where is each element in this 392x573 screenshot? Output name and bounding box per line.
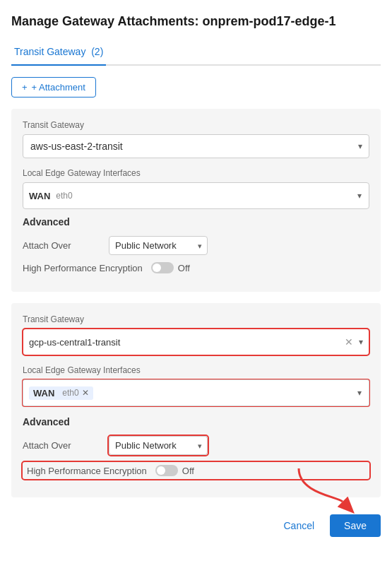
local-edge-tag-wrapper-2: WAN eth0 ✕ ▾ <box>23 379 369 406</box>
transit-gateway-label-1: Transit Gateway <box>23 120 369 130</box>
remove-wan-tag-icon[interactable]: ✕ <box>82 388 89 398</box>
plus-icon: + <box>22 82 28 93</box>
local-edge-label-1: Local Edge Gateway Interfaces <box>23 168 369 178</box>
hpe-label-1: High Performance Encryption <box>23 263 143 273</box>
hpe-toggle-1[interactable] <box>151 262 174 273</box>
attachment-card-2: Transit Gateway gcp-us-central1-transit … <box>11 303 381 497</box>
hpe-off-label-2: Off <box>182 466 194 476</box>
add-attachment-button[interactable]: + + Attachment <box>11 77 96 98</box>
clear-transit-icon[interactable]: ✕ <box>345 336 353 348</box>
wan-tag-2: WAN eth0 ✕ <box>29 386 93 400</box>
hpe-off-label-1: Off <box>178 263 190 273</box>
transit-gateway-value-2: gcp-us-central1-transit <box>29 337 345 348</box>
hpe-toggle-2[interactable] <box>155 465 178 476</box>
chevron-down-icon-3: ▾ <box>357 388 362 398</box>
page-title: Manage Gateway Attachments: onprem-pod17… <box>11 14 381 29</box>
local-edge-label-2: Local Edge Gateway Interfaces <box>23 365 369 375</box>
hpe-row-2: High Performance Encryption Off <box>23 462 369 479</box>
tab-transit-gateway[interactable]: Transit Gateway (2) <box>11 40 106 66</box>
attach-over-row-2: Attach Over Public Network Private Netwo… <box>23 436 369 455</box>
attach-over-select-2[interactable]: Public Network Private Network <box>109 436 208 455</box>
eth-label-1: eth0 <box>56 191 72 201</box>
hpe-row-1: High Performance Encryption Off <box>23 262 369 273</box>
footer-actions: Cancel Save <box>11 509 381 537</box>
attach-over-select-1[interactable]: Public Network <box>109 236 208 255</box>
save-button[interactable]: Save <box>330 514 381 537</box>
attach-over-select-wrapper-1: Public Network <box>109 236 208 255</box>
wan-label-2: WAN <box>33 388 54 398</box>
transit-gateway-label-2: Transit Gateway <box>23 314 369 324</box>
hpe-label-2: High Performance Encryption <box>27 466 147 476</box>
advanced-label-1: Advanced <box>23 216 369 228</box>
transit-gateway-select-wrapper-1: aws-us-east-2-transit <box>23 134 369 158</box>
cancel-button[interactable]: Cancel <box>276 516 321 536</box>
advanced-label-2: Advanced <box>23 416 369 427</box>
page-container: Manage Gateway Attachments: onprem-pod17… <box>0 0 392 551</box>
hpe-toggle-wrapper-1: Off <box>151 262 190 273</box>
transit-gateway-display-2: gcp-us-central1-transit ✕ ▾ <box>23 329 369 355</box>
footer-area: Cancel Save <box>11 509 381 537</box>
wan-label-1: WAN <box>29 191 50 201</box>
attach-over-label-2: Attach Over <box>23 440 100 451</box>
transit-gateway-select-1[interactable]: aws-us-east-2-transit <box>23 134 369 158</box>
attachment-card-1: Transit Gateway aws-us-east-2-transit Lo… <box>11 109 381 292</box>
chevron-down-icon-2: ▾ <box>359 337 363 347</box>
eth-label-2: eth0 <box>62 388 78 398</box>
attach-over-select-wrapper-2: Public Network Private Network <box>109 436 208 455</box>
attach-over-row-1: Attach Over Public Network <box>23 236 369 255</box>
tabs-bar: Transit Gateway (2) <box>11 40 381 66</box>
local-edge-display-1: WAN eth0 ▾ <box>23 182 369 209</box>
chevron-down-icon-1: ▾ <box>357 191 362 201</box>
hpe-toggle-wrapper-2: Off <box>155 465 194 476</box>
attach-over-label-1: Attach Over <box>23 240 100 251</box>
